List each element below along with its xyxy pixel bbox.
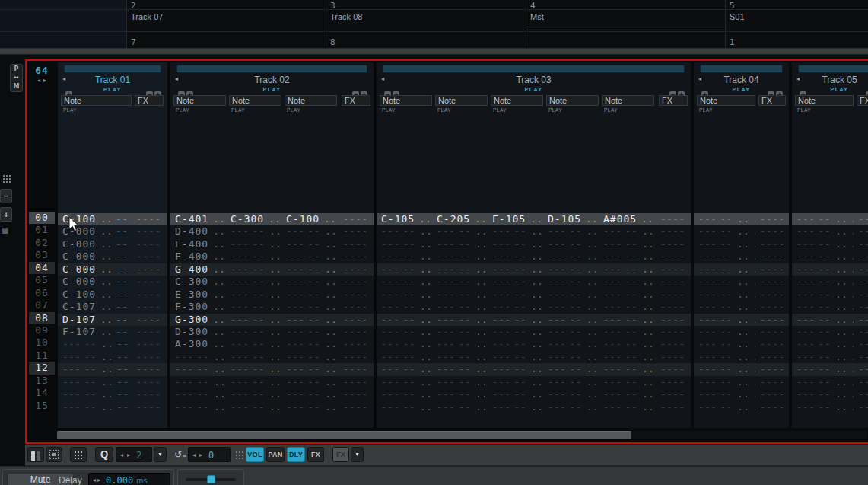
- prev-pattern-icon[interactable]: ◂: [37, 77, 40, 84]
- pattern-cell[interactable]: -----..--: [61, 351, 132, 363]
- pattern-cell[interactable]: -----..: [602, 238, 654, 250]
- pattern-cell[interactable]: -----..: [491, 250, 543, 263]
- slider-handle[interactable]: [207, 475, 215, 483]
- line-number[interactable]: 05: [29, 274, 55, 286]
- pattern-cell[interactable]: -----..--: [61, 388, 132, 400]
- fx-column-header[interactable]: FX: [857, 95, 868, 106]
- pattern-cell[interactable]: ----: [857, 314, 868, 326]
- horizontal-scrollbar[interactable]: [57, 431, 867, 439]
- pattern-cell[interactable]: A#005..: [602, 213, 654, 225]
- pattern-cell[interactable]: -----....: [697, 250, 755, 263]
- pattern-cell[interactable]: -----..: [546, 376, 599, 388]
- pattern-cell[interactable]: -----..: [491, 225, 543, 238]
- pattern-cell[interactable]: ----: [857, 338, 868, 350]
- line-number[interactable]: 13: [29, 375, 55, 387]
- pattern-cell[interactable]: -----..: [491, 388, 543, 400]
- pattern-nav[interactable]: ◂▸: [29, 77, 55, 84]
- pattern-cell[interactable]: ----: [758, 401, 786, 413]
- pattern-cell[interactable]: ----: [659, 263, 688, 276]
- pattern-cell[interactable]: -----..: [229, 376, 281, 388]
- pattern-cell[interactable]: -----....: [795, 225, 854, 238]
- increase-icon[interactable]: ▸: [127, 451, 130, 458]
- pattern-cell[interactable]: -----....: [795, 289, 854, 301]
- pattern-cell[interactable]: -----..: [491, 263, 543, 276]
- pattern-cell[interactable]: -----....: [697, 238, 755, 250]
- pattern-cell[interactable]: -----..: [285, 250, 337, 263]
- pattern-cell[interactable]: -----....: [697, 263, 755, 276]
- pattern-cell[interactable]: C-205..: [435, 213, 488, 225]
- pattern-cell[interactable]: -----..: [380, 338, 432, 350]
- pattern-cell[interactable]: -----..: [285, 401, 337, 413]
- pattern-cell[interactable]: ----: [659, 276, 688, 288]
- pattern-cell[interactable]: ----: [659, 301, 688, 313]
- pattern-cell[interactable]: -----..: [491, 363, 543, 375]
- pattern-cell[interactable]: -----..--: [61, 363, 132, 375]
- delay-value-box[interactable]: ◂▸0.000ms: [88, 473, 170, 485]
- pattern-cell[interactable]: ----: [135, 376, 164, 388]
- pattern-cell[interactable]: -----..: [491, 314, 543, 326]
- increase-icon[interactable]: ▸: [199, 451, 202, 458]
- pattern-cell[interactable]: -----..: [229, 263, 281, 276]
- note-column-header[interactable]: Note: [229, 95, 281, 106]
- pattern-cell[interactable]: C-300..: [173, 276, 226, 288]
- pattern-cell[interactable]: ----: [758, 326, 786, 338]
- line-number[interactable]: 07: [29, 299, 55, 311]
- pattern-cell[interactable]: ----: [659, 388, 688, 400]
- pattern-cell[interactable]: -----..: [285, 225, 337, 238]
- note-column-header[interactable]: Note: [380, 95, 432, 106]
- pattern-cell[interactable]: -----..: [602, 363, 654, 375]
- pattern-cell[interactable]: -----..: [435, 301, 488, 313]
- scope-cell[interactable]: 2Track 077: [126, 0, 326, 48]
- pattern-cell[interactable]: -----....: [795, 363, 854, 375]
- fx-dropdown[interactable]: ▾: [351, 447, 364, 462]
- fx-column-header[interactable]: FX: [758, 95, 786, 106]
- note-column-header[interactable]: Note: [697, 95, 755, 106]
- pattern-cell[interactable]: -----..: [229, 363, 281, 375]
- note-column-header[interactable]: Note: [285, 95, 337, 106]
- line-number[interactable]: 11: [29, 349, 55, 362]
- pattern-cell[interactable]: -----....: [795, 401, 854, 413]
- pattern-cell[interactable]: -----..: [546, 301, 599, 313]
- pattern-cell[interactable]: -----..: [491, 351, 543, 363]
- pattern-cell[interactable]: -----..: [380, 289, 432, 301]
- pattern-cell[interactable]: ----: [857, 326, 868, 338]
- pattern-cell[interactable]: ----: [659, 289, 688, 301]
- pattern-cell[interactable]: C-100..--: [61, 289, 132, 301]
- pattern-cell[interactable]: -----..: [602, 263, 654, 276]
- pattern-cell[interactable]: ----: [342, 289, 370, 301]
- pattern-cell[interactable]: -----..: [435, 289, 488, 301]
- pattern-cell[interactable]: C-107..--: [61, 301, 132, 313]
- pattern-cell[interactable]: ----: [342, 376, 370, 388]
- pattern-cell[interactable]: -----....: [697, 376, 755, 388]
- pattern-cell[interactable]: -----..: [285, 388, 337, 400]
- pattern-cell[interactable]: -----....: [795, 338, 854, 350]
- pattern-cell[interactable]: -----....: [697, 225, 755, 238]
- line-number[interactable]: 02: [29, 237, 55, 249]
- pattern-cell[interactable]: F-300..: [173, 301, 226, 313]
- pattern-cell[interactable]: -----....: [697, 289, 755, 301]
- pattern-cell[interactable]: -----..: [435, 263, 488, 276]
- track-play-button[interactable]: PLAY: [792, 87, 868, 92]
- pattern-cell[interactable]: C-000..--: [61, 238, 132, 250]
- pattern-cell[interactable]: F-107..--: [61, 326, 132, 338]
- pattern-cell[interactable]: -----..: [380, 388, 432, 400]
- pattern-cell[interactable]: -----..: [380, 314, 432, 326]
- pattern-cell[interactable]: C-000..--: [61, 250, 132, 263]
- pattern-cell[interactable]: ----: [758, 376, 786, 388]
- pattern-cell[interactable]: ----: [857, 289, 868, 301]
- pattern-cell[interactable]: -----....: [697, 301, 755, 313]
- pattern-cell[interactable]: -----..: [602, 338, 654, 350]
- pattern-cell[interactable]: ----: [758, 338, 786, 350]
- track-play-button[interactable]: PLAY: [377, 87, 691, 92]
- pattern-cell[interactable]: ----: [342, 388, 370, 400]
- pattern-cell[interactable]: -----..: [173, 351, 226, 363]
- quantize-button[interactable]: Q: [95, 447, 113, 462]
- matrix-icon[interactable]: M: [14, 83, 20, 91]
- panning-column-toggle[interactable]: PAN: [266, 447, 285, 462]
- pattern-cell[interactable]: ----: [857, 351, 868, 363]
- pattern-cell[interactable]: -----..: [491, 326, 543, 338]
- pattern-cell[interactable]: -----..: [229, 401, 281, 413]
- pattern-cell[interactable]: -----..: [602, 289, 654, 301]
- pattern-cell[interactable]: -----..: [435, 238, 488, 250]
- pattern-cell[interactable]: ----: [659, 238, 688, 250]
